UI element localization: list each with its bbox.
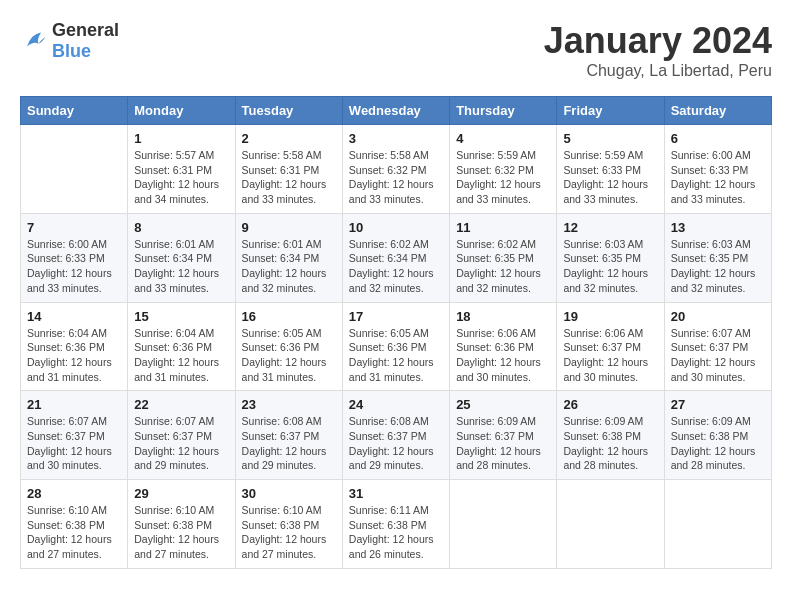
calendar-cell-w4d1: 21Sunrise: 6:07 AMSunset: 6:37 PMDayligh… <box>21 391 128 480</box>
day-number: 15 <box>134 309 228 324</box>
logo: General Blue <box>20 20 119 62</box>
calendar-header-row: SundayMondayTuesdayWednesdayThursdayFrid… <box>21 97 772 125</box>
day-info: Sunrise: 6:00 AMSunset: 6:33 PMDaylight:… <box>27 237 121 296</box>
day-number: 8 <box>134 220 228 235</box>
header-day-monday: Monday <box>128 97 235 125</box>
calendar-cell-w1d4: 3Sunrise: 5:58 AMSunset: 6:32 PMDaylight… <box>342 125 449 214</box>
title-area: January 2024 Chugay, La Libertad, Peru <box>544 20 772 80</box>
logo-blue: Blue <box>52 41 91 61</box>
day-info: Sunrise: 6:04 AMSunset: 6:36 PMDaylight:… <box>134 326 228 385</box>
calendar-week-2: 7Sunrise: 6:00 AMSunset: 6:33 PMDaylight… <box>21 213 772 302</box>
day-number: 4 <box>456 131 550 146</box>
calendar-cell-w1d6: 5Sunrise: 5:59 AMSunset: 6:33 PMDaylight… <box>557 125 664 214</box>
logo-bird-icon <box>20 27 48 55</box>
day-number: 1 <box>134 131 228 146</box>
day-info: Sunrise: 6:09 AMSunset: 6:38 PMDaylight:… <box>563 414 657 473</box>
day-info: Sunrise: 6:04 AMSunset: 6:36 PMDaylight:… <box>27 326 121 385</box>
day-info: Sunrise: 6:02 AMSunset: 6:35 PMDaylight:… <box>456 237 550 296</box>
calendar-cell-w1d7: 6Sunrise: 6:00 AMSunset: 6:33 PMDaylight… <box>664 125 771 214</box>
day-info: Sunrise: 6:02 AMSunset: 6:34 PMDaylight:… <box>349 237 443 296</box>
day-info: Sunrise: 5:57 AMSunset: 6:31 PMDaylight:… <box>134 148 228 207</box>
day-number: 6 <box>671 131 765 146</box>
calendar-cell-w5d6 <box>557 480 664 569</box>
day-number: 2 <box>242 131 336 146</box>
day-info: Sunrise: 6:07 AMSunset: 6:37 PMDaylight:… <box>134 414 228 473</box>
day-info: Sunrise: 6:08 AMSunset: 6:37 PMDaylight:… <box>349 414 443 473</box>
calendar-week-3: 14Sunrise: 6:04 AMSunset: 6:36 PMDayligh… <box>21 302 772 391</box>
calendar-week-1: 1Sunrise: 5:57 AMSunset: 6:31 PMDaylight… <box>21 125 772 214</box>
calendar-cell-w4d4: 24Sunrise: 6:08 AMSunset: 6:37 PMDayligh… <box>342 391 449 480</box>
calendar-cell-w5d2: 29Sunrise: 6:10 AMSunset: 6:38 PMDayligh… <box>128 480 235 569</box>
day-info: Sunrise: 5:59 AMSunset: 6:32 PMDaylight:… <box>456 148 550 207</box>
day-info: Sunrise: 6:07 AMSunset: 6:37 PMDaylight:… <box>27 414 121 473</box>
calendar-cell-w3d4: 17Sunrise: 6:05 AMSunset: 6:36 PMDayligh… <box>342 302 449 391</box>
day-number: 25 <box>456 397 550 412</box>
day-number: 7 <box>27 220 121 235</box>
day-number: 27 <box>671 397 765 412</box>
day-number: 22 <box>134 397 228 412</box>
day-info: Sunrise: 6:06 AMSunset: 6:36 PMDaylight:… <box>456 326 550 385</box>
calendar-cell-w5d4: 31Sunrise: 6:11 AMSunset: 6:38 PMDayligh… <box>342 480 449 569</box>
day-info: Sunrise: 5:59 AMSunset: 6:33 PMDaylight:… <box>563 148 657 207</box>
calendar-cell-w1d5: 4Sunrise: 5:59 AMSunset: 6:32 PMDaylight… <box>450 125 557 214</box>
day-info: Sunrise: 6:09 AMSunset: 6:37 PMDaylight:… <box>456 414 550 473</box>
calendar-cell-w4d3: 23Sunrise: 6:08 AMSunset: 6:37 PMDayligh… <box>235 391 342 480</box>
header-day-tuesday: Tuesday <box>235 97 342 125</box>
day-info: Sunrise: 6:05 AMSunset: 6:36 PMDaylight:… <box>242 326 336 385</box>
calendar-cell-w3d2: 15Sunrise: 6:04 AMSunset: 6:36 PMDayligh… <box>128 302 235 391</box>
logo-text: General Blue <box>52 20 119 62</box>
day-number: 28 <box>27 486 121 501</box>
header: General Blue January 2024 Chugay, La Lib… <box>20 20 772 80</box>
calendar-cell-w3d7: 20Sunrise: 6:07 AMSunset: 6:37 PMDayligh… <box>664 302 771 391</box>
day-info: Sunrise: 6:01 AMSunset: 6:34 PMDaylight:… <box>242 237 336 296</box>
header-day-saturday: Saturday <box>664 97 771 125</box>
day-number: 31 <box>349 486 443 501</box>
day-info: Sunrise: 6:06 AMSunset: 6:37 PMDaylight:… <box>563 326 657 385</box>
calendar-body: 1Sunrise: 5:57 AMSunset: 6:31 PMDaylight… <box>21 125 772 569</box>
day-number: 29 <box>134 486 228 501</box>
calendar-cell-w2d3: 9Sunrise: 6:01 AMSunset: 6:34 PMDaylight… <box>235 213 342 302</box>
calendar-cell-w2d2: 8Sunrise: 6:01 AMSunset: 6:34 PMDaylight… <box>128 213 235 302</box>
calendar-cell-w1d1 <box>21 125 128 214</box>
day-number: 11 <box>456 220 550 235</box>
header-day-wednesday: Wednesday <box>342 97 449 125</box>
calendar-cell-w2d7: 13Sunrise: 6:03 AMSunset: 6:35 PMDayligh… <box>664 213 771 302</box>
day-info: Sunrise: 5:58 AMSunset: 6:32 PMDaylight:… <box>349 148 443 207</box>
calendar-cell-w4d5: 25Sunrise: 6:09 AMSunset: 6:37 PMDayligh… <box>450 391 557 480</box>
day-number: 20 <box>671 309 765 324</box>
calendar-cell-w3d6: 19Sunrise: 6:06 AMSunset: 6:37 PMDayligh… <box>557 302 664 391</box>
day-number: 24 <box>349 397 443 412</box>
day-number: 5 <box>563 131 657 146</box>
subtitle: Chugay, La Libertad, Peru <box>544 62 772 80</box>
day-info: Sunrise: 6:01 AMSunset: 6:34 PMDaylight:… <box>134 237 228 296</box>
calendar-cell-w2d5: 11Sunrise: 6:02 AMSunset: 6:35 PMDayligh… <box>450 213 557 302</box>
calendar-cell-w1d3: 2Sunrise: 5:58 AMSunset: 6:31 PMDaylight… <box>235 125 342 214</box>
calendar-week-4: 21Sunrise: 6:07 AMSunset: 6:37 PMDayligh… <box>21 391 772 480</box>
day-info: Sunrise: 6:03 AMSunset: 6:35 PMDaylight:… <box>671 237 765 296</box>
day-info: Sunrise: 6:08 AMSunset: 6:37 PMDaylight:… <box>242 414 336 473</box>
calendar-cell-w2d6: 12Sunrise: 6:03 AMSunset: 6:35 PMDayligh… <box>557 213 664 302</box>
day-number: 26 <box>563 397 657 412</box>
calendar-cell-w5d3: 30Sunrise: 6:10 AMSunset: 6:38 PMDayligh… <box>235 480 342 569</box>
header-day-thursday: Thursday <box>450 97 557 125</box>
calendar-cell-w2d4: 10Sunrise: 6:02 AMSunset: 6:34 PMDayligh… <box>342 213 449 302</box>
day-number: 14 <box>27 309 121 324</box>
day-number: 10 <box>349 220 443 235</box>
day-info: Sunrise: 6:10 AMSunset: 6:38 PMDaylight:… <box>27 503 121 562</box>
day-info: Sunrise: 6:11 AMSunset: 6:38 PMDaylight:… <box>349 503 443 562</box>
logo-general: General <box>52 20 119 40</box>
day-info: Sunrise: 6:00 AMSunset: 6:33 PMDaylight:… <box>671 148 765 207</box>
day-number: 13 <box>671 220 765 235</box>
day-number: 19 <box>563 309 657 324</box>
calendar-cell-w4d6: 26Sunrise: 6:09 AMSunset: 6:38 PMDayligh… <box>557 391 664 480</box>
day-info: Sunrise: 6:05 AMSunset: 6:36 PMDaylight:… <box>349 326 443 385</box>
day-number: 17 <box>349 309 443 324</box>
day-number: 9 <box>242 220 336 235</box>
day-number: 21 <box>27 397 121 412</box>
day-number: 23 <box>242 397 336 412</box>
header-day-sunday: Sunday <box>21 97 128 125</box>
day-info: Sunrise: 6:10 AMSunset: 6:38 PMDaylight:… <box>242 503 336 562</box>
day-number: 16 <box>242 309 336 324</box>
calendar-cell-w2d1: 7Sunrise: 6:00 AMSunset: 6:33 PMDaylight… <box>21 213 128 302</box>
calendar-cell-w5d5 <box>450 480 557 569</box>
